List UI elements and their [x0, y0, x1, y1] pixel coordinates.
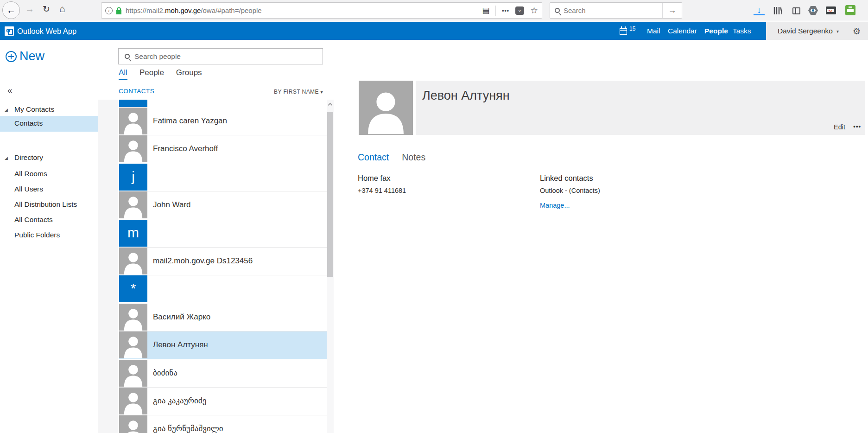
contact-name: Левон Алтунян	[153, 331, 208, 358]
list-item[interactable]: John Ward	[119, 191, 327, 219]
contact-name: Francisco Averhoff	[153, 135, 218, 162]
list-item[interactable]: mail2.moh.gov.ge Ds123456	[119, 248, 327, 275]
contact-list: Fatima caren Yazgan Francisco Averhoff j…	[118, 100, 327, 433]
gear-icon[interactable]: ⚙	[853, 26, 861, 37]
list-item[interactable]: ბიძინა	[119, 360, 327, 388]
people-filter-tabs: All People Groups	[119, 68, 202, 80]
tab-groups[interactable]: Groups	[176, 68, 202, 80]
new-button-label: New	[19, 49, 44, 64]
downloads-icon[interactable]: ↓	[754, 6, 765, 15]
contact-name: mail2.moh.gov.ge Ds123456	[153, 248, 253, 274]
tab-notes[interactable]: Notes	[402, 152, 425, 163]
list-item[interactable]: გია წურწუმაშვილი	[119, 415, 327, 433]
sidebar-item-all-distribution-lists[interactable]: All Distribution Lists	[14, 200, 77, 209]
address-bar[interactable]: i https://mail2.moh.gov.ge/owa/#path=/pe…	[101, 2, 542, 19]
sort-by-dropdown[interactable]: BY FIRST NAME ▾	[209, 89, 323, 95]
scrollbar-thumb[interactable]	[327, 112, 333, 277]
nav-tasks[interactable]: Tasks	[733, 22, 751, 40]
info-icon[interactable]: i	[105, 7, 113, 14]
detail-tabs: Contact Notes	[358, 152, 425, 163]
contact-name: ბიძინა	[153, 360, 177, 387]
sidebar-item-all-rooms[interactable]: All Rooms	[14, 170, 47, 178]
letter-group-row[interactable]: j	[119, 164, 327, 191]
list-item[interactable]: გია კაკაურიძე	[119, 388, 327, 415]
list-item[interactable]: Василий Жарко	[119, 304, 327, 331]
home-fax-label: Home fax	[358, 174, 391, 183]
tab-contact[interactable]: Contact	[358, 152, 389, 163]
contact-avatar-icon	[119, 388, 147, 414]
app-title: Outlook Web App	[17, 22, 76, 40]
reload-icon[interactable]: ↻	[43, 4, 50, 14]
pocket-icon[interactable]: ⌄	[515, 6, 524, 15]
pdf-printer-icon[interactable]	[826, 6, 836, 14]
contacts-list-header: CONTACTS	[119, 88, 154, 95]
green-print-icon[interactable]	[845, 5, 855, 15]
browser-toolbar: ← → ↻ ⌂ i https://mail2.moh.gov.ge/owa/#…	[0, 0, 868, 21]
contact-avatar-icon	[119, 415, 147, 433]
user-menu[interactable]: David Sergeenko ▾ ⚙	[766, 22, 868, 40]
pane-gutter	[98, 100, 119, 433]
lock-icon[interactable]	[116, 7, 122, 14]
sidebar-toggle-icon[interactable]	[791, 5, 802, 16]
sidebar-item-all-users[interactable]: All Users	[14, 185, 43, 193]
edit-button[interactable]: Edit	[834, 123, 845, 131]
forward-icon[interactable]: →	[25, 4, 34, 14]
contact-avatar-icon	[119, 191, 147, 218]
list-item-selected[interactable]: Левон Алтунян	[119, 331, 327, 359]
nav-people[interactable]: People	[704, 22, 728, 40]
scroll-up-icon[interactable]	[328, 103, 333, 108]
nav-calendar[interactable]: Calendar	[668, 22, 697, 40]
chevron-down-icon: ▾	[836, 29, 839, 34]
letter-group-tile[interactable]: *	[119, 275, 147, 302]
page-actions-icon[interactable]: •••	[502, 7, 509, 14]
list-item[interactable]: Francisco Averhoff	[119, 135, 327, 163]
eye-extension-icon[interactable]	[808, 6, 818, 15]
plus-icon	[6, 51, 17, 62]
nav-mail[interactable]: Mail	[647, 22, 660, 40]
reader-mode-icon[interactable]: ▤	[482, 6, 489, 15]
more-options-icon[interactable]: •••	[853, 123, 861, 130]
search-people-input[interactable]	[130, 52, 323, 61]
list-item[interactable]: Fatima caren Yazgan	[119, 108, 327, 135]
manage-link[interactable]: Manage...	[540, 202, 570, 209]
sort-by-label: BY FIRST NAME	[274, 89, 319, 95]
divider	[495, 6, 496, 16]
owa-header-bar: Outlook Web App 15 Mail Calendar People …	[0, 22, 868, 40]
back-icon[interactable]: ←	[2, 1, 20, 19]
contact-avatar-icon	[119, 248, 147, 274]
go-arrow-icon[interactable]: →	[662, 3, 682, 18]
tab-all[interactable]: All	[119, 68, 127, 80]
letter-group-tile[interactable]: m	[119, 220, 147, 247]
contact-avatar-icon	[119, 304, 147, 331]
bookmark-star-icon[interactable]: ☆	[530, 5, 538, 16]
calendar-badge: 15	[629, 25, 635, 32]
letter-group-tile[interactable]: j	[119, 164, 147, 191]
sidebar-item-directory[interactable]: Directory	[14, 153, 43, 162]
tab-people[interactable]: People	[139, 68, 164, 80]
letter-group-row[interactable]: *	[119, 275, 327, 303]
url-domain: moh.gov.ge	[165, 6, 201, 14]
expand-triangle-icon[interactable]: ◢	[5, 156, 8, 160]
letter-group-tile[interactable]	[119, 100, 147, 107]
letter-group-row[interactable]: m	[119, 220, 327, 248]
contact-list-scrollbar[interactable]	[327, 100, 334, 433]
search-people-box[interactable]	[118, 48, 323, 64]
linked-contacts-value: Outlook - (Contacts)	[540, 187, 600, 194]
sidebar-item-my-contacts[interactable]: My Contacts	[14, 105, 54, 114]
sidebar-item-public-folders[interactable]: Public Folders	[14, 231, 60, 239]
browser-search-bar[interactable]: →	[550, 2, 682, 19]
calendar-reminder-button[interactable]: 15	[620, 22, 635, 40]
url-text: https://mail2.moh.gov.ge/owa/#path=/peop…	[126, 6, 262, 14]
search-icon	[125, 54, 130, 59]
library-icon[interactable]	[772, 5, 783, 16]
user-name: David Sergeenko	[778, 27, 833, 35]
expand-triangle-icon[interactable]: ◢	[5, 108, 8, 112]
collapse-pane-button[interactable]: «	[7, 85, 13, 96]
search-icon	[555, 8, 560, 13]
new-contact-button[interactable]: New	[6, 49, 44, 64]
contact-name: გია კაკაურიძე	[153, 388, 206, 414]
home-icon[interactable]: ⌂	[59, 3, 65, 14]
linked-contacts-label: Linked contacts	[540, 174, 593, 183]
browser-search-input[interactable]	[560, 6, 662, 14]
sidebar-item-all-contacts[interactable]: All Contacts	[14, 216, 53, 224]
